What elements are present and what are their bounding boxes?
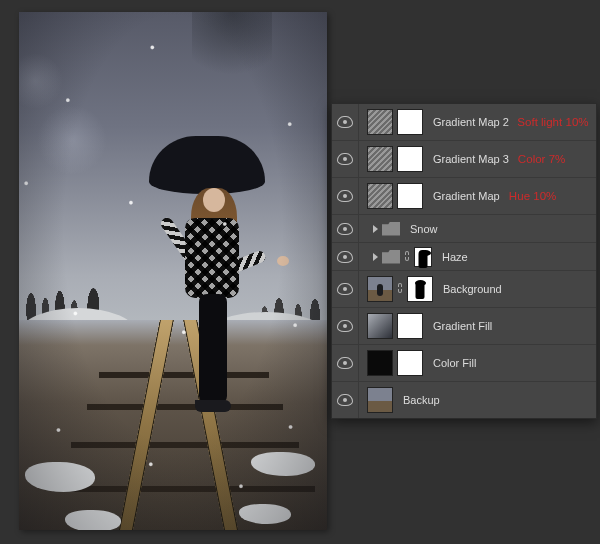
visibility-toggle[interactable] bbox=[332, 178, 359, 214]
eye-icon bbox=[337, 283, 353, 295]
eye-icon bbox=[337, 357, 353, 369]
visibility-toggle[interactable] bbox=[332, 382, 359, 418]
visibility-toggle[interactable] bbox=[332, 243, 359, 270]
layer-label[interactable]: Color Fill bbox=[433, 357, 476, 369]
layer-thumb[interactable] bbox=[367, 387, 393, 413]
layer-label[interactable]: Gradient Fill bbox=[433, 320, 492, 332]
adjustment-thumb[interactable] bbox=[367, 183, 393, 209]
disclosure-triangle-icon[interactable] bbox=[373, 225, 378, 233]
mask-thumb[interactable] bbox=[397, 313, 423, 339]
mask-thumb[interactable] bbox=[397, 146, 423, 172]
visibility-toggle[interactable] bbox=[332, 271, 359, 307]
layer-backup[interactable]: Backup bbox=[332, 382, 596, 418]
adjustment-thumb[interactable] bbox=[367, 109, 393, 135]
layer-label[interactable]: Gradient Map bbox=[433, 190, 500, 202]
eye-icon bbox=[337, 116, 353, 128]
layer-label[interactable]: Backup bbox=[403, 394, 440, 406]
visibility-toggle[interactable] bbox=[332, 104, 359, 140]
visibility-toggle[interactable] bbox=[332, 215, 359, 242]
layer-color-fill[interactable]: Color Fill bbox=[332, 345, 596, 382]
visibility-toggle[interactable] bbox=[332, 141, 359, 177]
adjustment-thumb[interactable] bbox=[367, 146, 393, 172]
fill-thumb[interactable] bbox=[367, 350, 393, 376]
mask-thumb[interactable] bbox=[397, 183, 423, 209]
layer-gradient-map[interactable]: Gradient Map Hue 10% bbox=[332, 178, 596, 215]
layer-label[interactable]: Background bbox=[443, 283, 502, 295]
layer-label[interactable]: Haze bbox=[442, 251, 468, 263]
mask-thumb[interactable] bbox=[414, 247, 432, 267]
layer-group-snow[interactable]: Snow bbox=[332, 215, 596, 243]
fill-thumb[interactable] bbox=[367, 313, 393, 339]
visibility-toggle[interactable] bbox=[332, 308, 359, 344]
eye-icon bbox=[337, 251, 353, 263]
layer-label[interactable]: Gradient Map 3 bbox=[433, 153, 509, 165]
link-icon bbox=[397, 282, 403, 296]
layers-panel[interactable]: Gradient Map 2 Soft light 10% Gradient M… bbox=[331, 103, 597, 419]
disclosure-triangle-icon[interactable] bbox=[373, 253, 378, 261]
eye-icon bbox=[337, 223, 353, 235]
eye-icon bbox=[337, 153, 353, 165]
layer-gradient-map-2[interactable]: Gradient Map 2 Soft light 10% bbox=[332, 104, 596, 141]
layer-gradient-fill[interactable]: Gradient Fill bbox=[332, 308, 596, 345]
vignette bbox=[19, 12, 327, 530]
layer-thumb[interactable] bbox=[367, 276, 393, 302]
layer-label[interactable]: Snow bbox=[410, 223, 438, 235]
mask-thumb[interactable] bbox=[397, 109, 423, 135]
eye-icon bbox=[337, 190, 353, 202]
visibility-toggle[interactable] bbox=[332, 345, 359, 381]
layer-background[interactable]: Background bbox=[332, 271, 596, 308]
blend-annotation: Soft light 10% bbox=[517, 116, 588, 128]
layer-label[interactable]: Gradient Map 2 bbox=[433, 116, 509, 128]
mask-thumb[interactable] bbox=[407, 276, 433, 302]
link-icon bbox=[404, 250, 410, 264]
document-canvas[interactable] bbox=[19, 12, 327, 530]
layer-group-haze[interactable]: Haze bbox=[332, 243, 596, 271]
eye-icon bbox=[337, 320, 353, 332]
folder-icon[interactable] bbox=[382, 222, 400, 236]
blend-annotation: Hue 10% bbox=[509, 190, 557, 202]
blend-annotation: Color 7% bbox=[518, 153, 566, 165]
eye-icon bbox=[337, 394, 353, 406]
layer-gradient-map-3[interactable]: Gradient Map 3 Color 7% bbox=[332, 141, 596, 178]
folder-icon[interactable] bbox=[382, 250, 400, 264]
mask-thumb[interactable] bbox=[397, 350, 423, 376]
